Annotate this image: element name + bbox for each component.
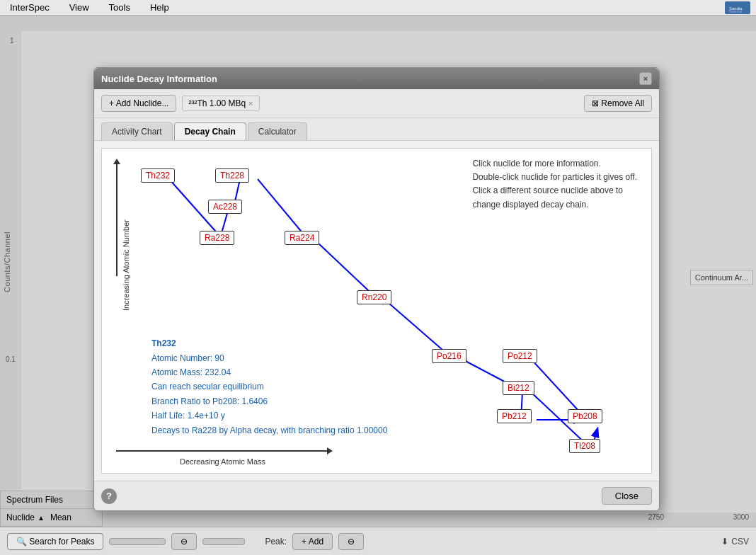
add-nuclide-button[interactable]: + Add Nuclide...	[101, 95, 176, 112]
detail-atomic-mass: Atomic Mass: 232.04	[151, 365, 387, 379]
remove-all-button[interactable]: ⊠ Remove All	[584, 95, 652, 112]
axis-arrow-horizontal	[116, 450, 328, 452]
axis-y-label: Increasing Atomic Number	[122, 219, 130, 311]
modal-toolbar: + Add Nuclide... ²³²Th 1.00 MBq × ⊠ Remo…	[94, 89, 659, 118]
tab-calculator[interactable]: Calculator	[248, 122, 307, 140]
nuclide-ac228[interactable]: Ac228	[208, 200, 242, 214]
nuclide-bi212[interactable]: Bi212	[503, 381, 534, 395]
nuclide-th232[interactable]: Th232	[141, 168, 175, 183]
nuclide-pb212[interactable]: Pb212	[497, 409, 532, 423]
info-line2: Double-click nuclide for particles it gi…	[472, 171, 637, 184]
axis-arrow-vertical	[116, 163, 118, 276]
nuclide-ra224[interactable]: Ra224	[285, 231, 319, 245]
diagram-info: Click nuclide for more information. Doub…	[472, 157, 637, 212]
modal-title: Nuclide Decay Information	[101, 74, 217, 84]
help-button[interactable]: ?	[101, 488, 117, 504]
decay-diagram: Th232 Th228 Ac228 Ra228 Ra224 Rn220 Po21…	[101, 148, 652, 474]
nuclide-decay-modal: Nuclide Decay Information × + Add Nuclid…	[93, 67, 660, 511]
nuclide-pb208[interactable]: Pb208	[568, 409, 602, 423]
modal-content: Th232 Th228 Ac228 Ra228 Ra224 Rn220 Po21…	[94, 141, 659, 481]
nuclide-ra228[interactable]: Ra228	[200, 231, 234, 245]
info-line1: Click nuclide for more information.	[472, 157, 637, 171]
detail-atomic-number: Atomic Number: 90	[151, 351, 387, 365]
detail-name: Th232	[151, 336, 387, 350]
close-button[interactable]: Close	[602, 487, 652, 505]
detail-equilibrium: Can reach secular equilibrium	[151, 379, 387, 394]
modal-footer: ? Close	[94, 481, 659, 510]
info-line4: change displayed decay chain.	[472, 198, 637, 212]
nuclide-tl208[interactable]: Tl208	[569, 439, 600, 453]
info-line3: Click a different source nuclide above t…	[472, 184, 637, 198]
nuclide-po212[interactable]: Po212	[503, 349, 537, 363]
modal-tabs: Activity Chart Decay Chain Calculator	[94, 118, 659, 141]
nuclide-rn220[interactable]: Rn220	[357, 290, 391, 304]
axis-x-label: Decreasing Atomic Mass	[180, 457, 265, 466]
modal-overlay: Nuclide Decay Information × + Add Nuclid…	[0, 0, 756, 555]
detail-decay-info: Decays to Ra228 by Alpha decay, with bra…	[151, 423, 387, 437]
nuclide-po216[interactable]: Po216	[432, 349, 466, 363]
nuclide-tag-close-button[interactable]: ×	[248, 99, 253, 108]
nuclide-tag: ²³²Th 1.00 MBq ×	[182, 96, 259, 111]
nuclide-tag-text: ²³²Th 1.00 MBq	[188, 98, 246, 108]
detail-branch-ratio: Branch Ratio to Pb208: 1.6406	[151, 394, 387, 408]
tab-decay-chain[interactable]: Decay Chain	[174, 122, 246, 140]
nuclide-detail: Th232 Atomic Number: 90 Atomic Mass: 232…	[151, 336, 387, 437]
detail-half-life: Half Life: 1.4e+10 y	[151, 408, 387, 423]
modal-titlebar: Nuclide Decay Information ×	[94, 68, 659, 89]
nuclide-th228[interactable]: Th228	[215, 168, 249, 183]
modal-close-button[interactable]: ×	[639, 72, 652, 85]
tab-activity-chart[interactable]: Activity Chart	[101, 122, 173, 140]
